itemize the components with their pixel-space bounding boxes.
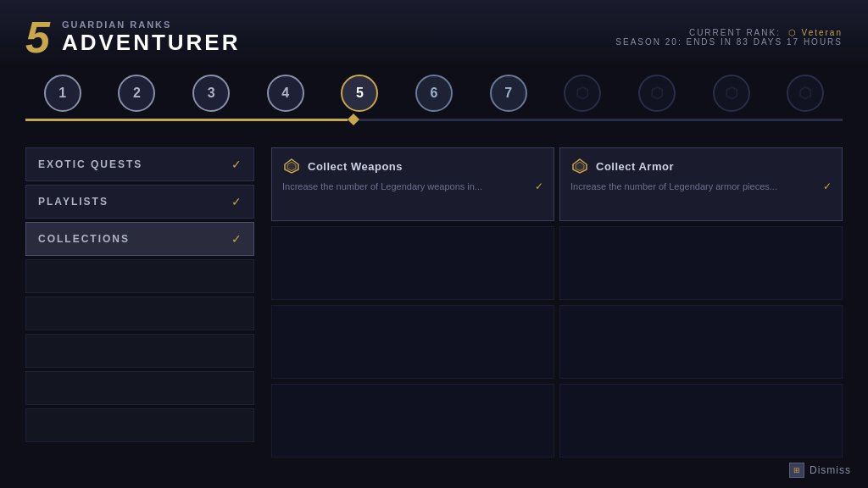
rank-text: GUARDIAN RANKS ADVENTURER: [62, 19, 241, 56]
progress-seg-6: [440, 119, 520, 121]
rank-item-2[interactable]: 2: [100, 75, 175, 112]
rank-circle-5[interactable]: 5: [341, 75, 378, 112]
collect-armor-desc: Increase the number of Legendary armor p…: [570, 180, 832, 192]
rank-circle-8[interactable]: ⬡: [564, 75, 601, 112]
rank-item-4[interactable]: 4: [248, 75, 323, 112]
card-collect-weapons[interactable]: Collect Weapons Increase the number of L…: [271, 147, 554, 221]
progress-seg-4: [267, 119, 348, 121]
rank-item-9[interactable]: ⬡: [620, 75, 694, 112]
collect-weapons-desc: Increase the number of Legendary weapons…: [282, 180, 543, 192]
sidebar-check-exotic-quests: ✓: [231, 158, 242, 171]
rank-item-8[interactable]: ⬡: [545, 75, 620, 112]
svg-marker-3: [576, 162, 584, 171]
dismiss-button[interactable]: Dismiss: [810, 464, 851, 476]
collect-armor-icon: [570, 157, 589, 175]
rank-circle-7[interactable]: 7: [490, 75, 527, 112]
sidebar-check-playlists: ✓: [231, 195, 242, 208]
rank-item-11[interactable]: ⬡: [768, 75, 843, 112]
rank-number: 5: [25, 15, 50, 59]
card-empty-2: [559, 226, 843, 300]
collect-armor-check: ✓: [823, 180, 832, 192]
rank-item-1[interactable]: 1: [25, 75, 100, 112]
sidebar-item-collections-label: COLLECTIONS: [38, 233, 130, 245]
collect-weapons-icon: [282, 157, 301, 175]
season-info: SEASON 20: ENDS IN 83 DAYS 17 HOURS: [615, 37, 843, 47]
sidebar-item-exotic-quests-label: EXOTIC QUESTS: [38, 158, 142, 170]
collect-armor-desc-text: Increase the number of Legendary armor p…: [570, 181, 777, 191]
sidebar: EXOTIC QUESTS ✓ PLAYLISTS ✓ COLLECTIONS …: [25, 147, 254, 458]
collect-weapons-desc-text: Increase the number of Legendary weapons…: [282, 181, 482, 191]
rank-circle-6[interactable]: 6: [415, 75, 453, 112]
progress-seg-1: [25, 119, 106, 121]
rank-item-5[interactable]: 5: [323, 75, 398, 112]
card-empty-1: [271, 226, 554, 300]
ranks-bar: 1 2 3 4 5 6 7 ⬡ ⬡ ⬡ ⬡: [0, 68, 868, 112]
progress-track: [0, 112, 868, 130]
main-content: EXOTIC QUESTS ✓ PLAYLISTS ✓ COLLECTIONS …: [0, 130, 868, 474]
progress-diamond: [348, 114, 359, 125]
rank-circle-3[interactable]: 3: [192, 75, 230, 112]
rank-circle-10[interactable]: ⬡: [713, 75, 750, 112]
sidebar-item-collections[interactable]: COLLECTIONS ✓: [25, 222, 254, 256]
progress-seg-3: [186, 119, 267, 121]
card-empty-5: [271, 384, 554, 458]
progress-seg-9: [682, 119, 762, 121]
progress-seg-5: [359, 119, 440, 121]
card-empty-6: [559, 384, 843, 458]
rank-circle-1[interactable]: 1: [44, 75, 81, 112]
content-area: Collect Weapons Increase the number of L…: [271, 147, 843, 458]
sidebar-empty-4: [25, 371, 254, 405]
progress-seg-7: [520, 119, 601, 121]
collect-weapons-title: Collect Weapons: [308, 160, 403, 173]
card-collect-armor-header: Collect Armor: [570, 157, 832, 175]
rank-item-7[interactable]: 7: [471, 75, 546, 112]
card-empty-3: [271, 305, 554, 379]
card-collect-armor[interactable]: Collect Armor Increase the number of Leg…: [559, 147, 843, 221]
current-rank-prefix: CURRENT RANK:: [689, 28, 781, 37]
bottom-bar: ⊞ Dismiss: [789, 463, 851, 478]
header-left: 5 GUARDIAN RANKS ADVENTURER: [25, 15, 241, 59]
sidebar-item-exotic-quests[interactable]: EXOTIC QUESTS ✓: [25, 147, 254, 181]
sidebar-empty-2: [25, 297, 254, 330]
rank-item-3[interactable]: 3: [174, 75, 248, 112]
card-collect-weapons-header: Collect Weapons: [282, 157, 543, 175]
sidebar-empty-3: [25, 334, 254, 368]
header: 5 GUARDIAN RANKS ADVENTURER CURRENT RANK…: [0, 0, 868, 68]
progress-seg-8: [601, 119, 682, 121]
sidebar-item-playlists[interactable]: PLAYLISTS ✓: [25, 185, 254, 219]
rank-circle-9[interactable]: ⬡: [638, 75, 676, 112]
sidebar-check-collections: ✓: [231, 232, 242, 246]
collect-weapons-check: ✓: [535, 180, 543, 192]
collect-armor-title: Collect Armor: [596, 160, 674, 173]
current-rank-value: ⬡ Veteran: [788, 28, 843, 37]
guardian-ranks-label: GUARDIAN RANKS: [62, 19, 241, 30]
current-rank-label: CURRENT RANK: ⬡ Veteran: [615, 28, 843, 37]
sidebar-empty-5: [25, 408, 254, 442]
rank-item-10[interactable]: ⬡: [694, 75, 769, 112]
rank-item-6[interactable]: 6: [397, 75, 471, 112]
rank-name: ADVENTURER: [62, 30, 241, 56]
header-right: CURRENT RANK: ⬡ Veteran SEASON 20: ENDS …: [615, 28, 843, 47]
progress-seg-2: [106, 119, 186, 121]
sidebar-item-playlists-label: PLAYLISTS: [38, 196, 108, 208]
svg-marker-1: [287, 162, 296, 171]
rank-circle-11[interactable]: ⬡: [787, 75, 824, 112]
progress-seg-10: [762, 119, 843, 121]
dismiss-icon: ⊞: [789, 463, 804, 478]
rank-circle-2[interactable]: 2: [118, 75, 155, 112]
sidebar-empty-1: [25, 259, 254, 293]
card-empty-4: [559, 305, 843, 379]
rank-circle-4[interactable]: 4: [267, 75, 304, 112]
